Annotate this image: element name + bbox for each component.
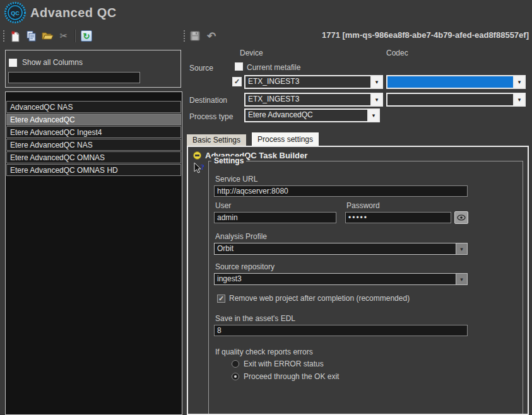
tab-process-settings[interactable]: Process settings [252, 132, 319, 146]
list-item[interactable]: Etere AdvancedQC NAS [6, 139, 181, 151]
proceed-ok-label: Proceed through the OK exit [244, 372, 339, 381]
show-all-columns-label: Show all Columns [22, 58, 83, 67]
list-item[interactable]: Etere AdvancedQC OMNAS HD [6, 164, 181, 176]
chevron-down-icon[interactable]: ▾ [456, 243, 467, 254]
save-button[interactable] [188, 29, 202, 43]
toolbar-grip-handle[interactable] [3, 30, 5, 42]
advanced-qc-window: QC Advanced QC ✂ [0, 0, 532, 415]
remove-web-project-checkbox[interactable]: ✓ [217, 295, 225, 303]
remove-web-project-label: Remove web project after completion (rec… [229, 294, 410, 303]
task-builder-header: AdvancedQC Task Builder [193, 151, 307, 160]
current-metafile-checkbox[interactable]: ✓ [235, 62, 243, 71]
service-url-label: Service URL [215, 175, 257, 184]
source-codec-combobox[interactable]: ▾ [386, 75, 526, 89]
toolbar-separator [74, 30, 76, 42]
copy-icon [25, 30, 37, 42]
list-item[interactable]: AdvancedQC NAS [6, 101, 181, 113]
app-logo-qc-icon: QC [4, 1, 27, 24]
edl-label: Save in the asset's EDL [215, 314, 295, 323]
source-label: Source [189, 64, 213, 73]
refresh-button[interactable]: ↻ [80, 29, 93, 43]
svg-text:?: ? [201, 163, 204, 172]
process-filter-input[interactable] [8, 72, 140, 83]
refresh-icon: ↻ [81, 30, 92, 42]
list-item[interactable]: Etere AdvancedQC OMNAS [6, 151, 181, 163]
user-label: User [215, 201, 231, 210]
save-floppy-icon [190, 31, 200, 41]
settings-groupbox: Settings Service URL User Password Analy… [208, 161, 523, 415]
exit-error-radio-row: Exit with ERROR status [232, 359, 324, 368]
service-url-input[interactable] [214, 185, 468, 197]
password-input[interactable] [345, 212, 451, 223]
open-folder-button[interactable] [40, 29, 54, 43]
destination-label: Destination [189, 96, 227, 105]
session-id-text: 1771 [mm-qs-986ea8f8-abe7-4b79-afed-ead8… [322, 30, 529, 40]
undo-button[interactable]: ↶ [204, 29, 218, 43]
list-item[interactable]: Etere AdvancedQC Ingest4 [6, 126, 181, 138]
process-type-combobox[interactable]: Etere AdvancedQC ▾ [244, 108, 380, 122]
toolbar-grip-handle-2[interactable] [183, 30, 186, 42]
chevron-down-icon[interactable]: ▾ [370, 94, 382, 105]
destination-codec-combobox[interactable]: ▾ [386, 93, 526, 107]
exit-error-label: Exit with ERROR status [244, 359, 324, 368]
toolbar-edit: ↶ [183, 28, 218, 44]
source-repository-label: Source repository [215, 262, 275, 271]
copy-button[interactable] [24, 29, 38, 43]
source-enabled-checkbox[interactable]: ✓ [232, 77, 242, 86]
chevron-down-icon[interactable]: ▾ [367, 110, 379, 121]
current-metafile-label: Current metafile [247, 63, 300, 72]
settings-group-title: Settings [211, 156, 246, 165]
chevron-down-icon[interactable]: ▾ [513, 76, 524, 88]
process-type-label: Process type [189, 112, 233, 121]
analysis-profile-label: Analysis Profile [215, 232, 267, 241]
show-password-button[interactable] [454, 211, 468, 224]
tab-basic-settings[interactable]: Basic Settings [187, 134, 246, 146]
new-document-button[interactable] [8, 29, 21, 43]
show-all-columns-checkbox[interactable]: ✓ [9, 59, 17, 67]
remove-web-project-row: ✓ Remove web project after completion (r… [217, 294, 410, 303]
process-settings-tabpage: AdvancedQC Task Builder ? Settings Servi… [187, 146, 529, 415]
chevron-down-icon[interactable]: ▾ [513, 94, 524, 105]
collapse-icon[interactable] [193, 151, 201, 160]
process-list: AdvancedQC NAS Etere AdvancedQC Etere Ad… [5, 91, 182, 415]
analysis-profile-combobox[interactable]: Orbit ▾ [214, 243, 468, 255]
toolbar-main: ✂ ↻ [3, 28, 93, 44]
cut-button[interactable]: ✂ [57, 29, 71, 43]
scissors-icon: ✂ [60, 30, 68, 42]
eye-icon [457, 214, 466, 221]
page-title: Advanced QC [30, 6, 117, 20]
undo-icon: ↶ [207, 31, 216, 42]
help-cursor-icon: ? [193, 162, 206, 175]
source-repository-combobox[interactable]: ingest3 ▾ [214, 273, 468, 285]
svg-text:QC: QC [11, 10, 20, 16]
device-column-header: Device [240, 49, 263, 57]
quality-check-label: If quality check reports errors [215, 348, 313, 356]
edl-input[interactable] [214, 325, 468, 336]
user-input[interactable] [214, 212, 336, 223]
codec-column-header: Codec [386, 49, 408, 57]
list-item[interactable]: Etere AdvancedQC [6, 114, 181, 126]
proceed-ok-radio[interactable] [232, 373, 239, 380]
new-document-icon [9, 30, 20, 42]
proceed-ok-radio-row: Proceed through the OK exit [232, 372, 339, 381]
chevron-down-icon[interactable]: ▾ [370, 76, 382, 88]
open-folder-icon [42, 31, 54, 41]
source-device-combobox[interactable]: ETX_INGEST3 ▾ [244, 75, 383, 89]
columns-filter-groupbox: ✓ Show all Columns [5, 50, 181, 88]
password-label: Password [346, 201, 380, 210]
chevron-down-icon[interactable]: ▾ [456, 274, 467, 284]
exit-error-radio[interactable] [232, 360, 239, 368]
destination-device-combobox[interactable]: ETX_INGEST3 ▾ [244, 93, 383, 107]
